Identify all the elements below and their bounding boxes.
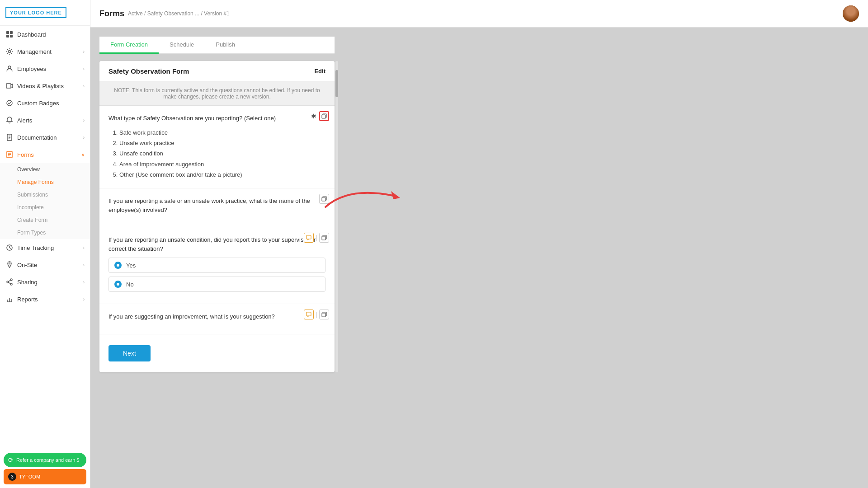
sidebar-item-custom-badges[interactable]: Custom Badges: [0, 94, 90, 112]
avatar[interactable]: [843, 5, 859, 22]
scroll-indicator[interactable]: [335, 61, 338, 372]
q1-option-4: Area of improvement suggestion: [119, 159, 326, 169]
sidebar-item-forms[interactable]: Forms ∨: [0, 146, 90, 163]
svg-rect-16: [322, 197, 326, 201]
svg-point-5: [8, 66, 11, 69]
q2-copy-icon[interactable]: [319, 194, 329, 204]
svg-rect-6: [6, 84, 11, 88]
svg-point-14: [10, 283, 12, 285]
refer-label: Refer a company and earn $: [16, 457, 79, 463]
sidebar-item-time-tracking[interactable]: Time Tracking ›: [0, 239, 90, 256]
svg-rect-1: [10, 31, 13, 34]
refer-button[interactable]: ⟳ Refer a company and earn $: [4, 453, 86, 467]
sidebar-label-documentation: Documentation: [17, 134, 57, 141]
tab-form-creation[interactable]: Form Creation: [99, 37, 159, 54]
sidebar-item-on-site[interactable]: On-Site ›: [0, 256, 90, 273]
sidebar: YOUR LOGO HERE Dashboard Management › Em…: [0, 0, 90, 488]
sidebar-label-management: Management: [17, 48, 52, 55]
forms-submenu: Overview Manage Forms Submissions Incomp…: [0, 163, 90, 239]
svg-rect-0: [6, 31, 9, 34]
q3-option-yes[interactable]: Yes: [108, 258, 326, 273]
chevron-right-icon-alerts: ›: [83, 118, 85, 123]
svg-rect-19: [307, 312, 311, 316]
svg-rect-15: [322, 115, 326, 118]
main-content: Forms Active / Safety Observation ... / …: [90, 0, 868, 488]
svg-rect-17: [307, 235, 311, 239]
q3-copy-icon[interactable]: [319, 233, 329, 243]
q3-icons: |: [304, 233, 329, 243]
question-1: ✱ What type of Safety Observation are yo…: [99, 106, 335, 188]
chevron-right-icon-reports: ›: [83, 297, 85, 302]
q1-options: Safe work practice Unsafe work practice …: [108, 127, 326, 180]
svg-rect-2: [6, 35, 9, 38]
chevron-right-icon-employees: ›: [83, 66, 85, 71]
sidebar-item-forms-submissions[interactable]: Submissions: [0, 188, 90, 201]
sidebar-label-dashboard: Dashboard: [17, 31, 46, 38]
form-header: Safety Observation Form Edit: [99, 61, 335, 82]
settings-icon: [5, 47, 14, 56]
grid-icon: [5, 30, 14, 38]
icon-divider-3: |: [316, 234, 317, 241]
sidebar-item-forms-manage[interactable]: Manage Forms: [0, 176, 90, 188]
next-button[interactable]: Next: [108, 345, 151, 361]
radio-no: [114, 281, 122, 288]
form-footer: Next: [99, 334, 335, 372]
sidebar-label-time-tracking: Time Tracking: [17, 244, 54, 251]
page-title: Forms: [99, 9, 124, 19]
sidebar-item-reports[interactable]: Reports ›: [0, 291, 90, 308]
sidebar-item-videos[interactable]: Videos & Playlists ›: [0, 77, 90, 94]
edit-button[interactable]: Edit: [314, 68, 326, 75]
q3-option-no[interactable]: No: [108, 277, 326, 292]
logo-text: YOUR LOGO HERE: [5, 7, 66, 18]
asterisk-icon: ✱: [311, 113, 316, 120]
chevron-right-icon-time: ›: [83, 245, 85, 250]
sidebar-item-documentation[interactable]: Documentation ›: [0, 129, 90, 146]
tab-schedule[interactable]: Schedule: [159, 37, 205, 54]
sidebar-item-forms-types[interactable]: Form Types: [0, 226, 90, 239]
tabs-container: Form Creation Schedule Publish: [99, 37, 335, 54]
content-area: Form Creation Schedule Publish Safety Ob…: [90, 28, 868, 488]
svg-rect-3: [10, 35, 13, 38]
q1-copy-icon[interactable]: [319, 111, 329, 121]
q1-text: What type of Safety Observation are you …: [108, 114, 326, 123]
svg-rect-20: [322, 313, 326, 317]
sidebar-item-forms-incomplete[interactable]: Incomplete: [0, 201, 90, 214]
sidebar-item-forms-overview[interactable]: Overview: [0, 163, 90, 176]
tab-publish[interactable]: Publish: [205, 37, 246, 54]
chart-icon: [5, 295, 14, 303]
sidebar-label-reports: Reports: [17, 296, 38, 303]
q4-text: If you are suggesting an improvement, wh…: [108, 312, 326, 321]
notification-label: TYFOOM: [19, 474, 40, 479]
q3-chat-icon[interactable]: [304, 233, 314, 243]
form-card: Safety Observation Form Edit NOTE: This …: [99, 61, 335, 372]
notification-count: 3: [8, 473, 16, 481]
svg-rect-18: [322, 236, 326, 240]
q2-text: If you are reporting a safe or an unsafe…: [108, 197, 326, 214]
avatar-image: [843, 5, 859, 22]
sidebar-item-employees[interactable]: Employees ›: [0, 60, 90, 77]
sidebar-item-sharing[interactable]: Sharing ›: [0, 273, 90, 291]
bell-icon: [5, 116, 14, 124]
chevron-right-icon-sharing: ›: [83, 280, 85, 285]
sidebar-item-management[interactable]: Management ›: [0, 43, 90, 60]
sidebar-bottom: ⟳ Refer a company and earn $ 3 TYFOOM: [0, 449, 90, 488]
notification-button[interactable]: 3 TYFOOM: [4, 469, 86, 484]
refer-icon: ⟳: [8, 456, 14, 464]
sidebar-label-on-site: On-Site: [17, 262, 37, 268]
sidebar-item-dashboard[interactable]: Dashboard: [0, 26, 90, 43]
sidebar-item-forms-create[interactable]: Create Form: [0, 214, 90, 226]
video-icon: [5, 82, 14, 90]
icon-divider-4: |: [316, 311, 317, 318]
chevron-down-icon-forms: ∨: [81, 152, 85, 157]
q4-copy-icon[interactable]: [319, 310, 329, 319]
q4-chat-icon[interactable]: [304, 310, 314, 319]
sidebar-label-sharing: Sharing: [17, 279, 38, 286]
badge-icon: [5, 99, 14, 107]
q1-option-5: Other (Use comment box and/or take a pic…: [119, 169, 326, 180]
q2-icons: [319, 194, 329, 204]
chevron-right-icon-onsite: ›: [83, 263, 85, 267]
q3-yes-label: Yes: [126, 262, 136, 269]
sidebar-item-alerts[interactable]: Alerts ›: [0, 112, 90, 129]
sidebar-label-custom-badges: Custom Badges: [17, 100, 59, 107]
sidebar-label-employees: Employees: [17, 66, 46, 72]
